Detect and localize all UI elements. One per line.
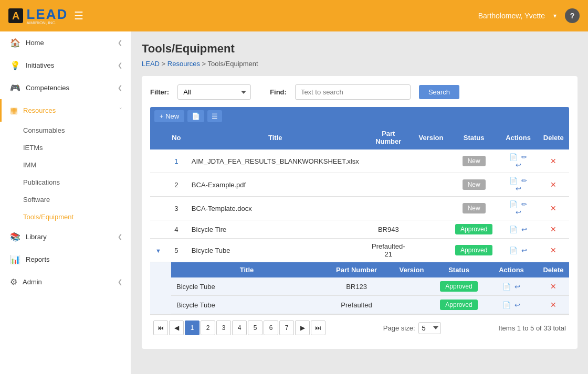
- sidebar-item-competencies[interactable]: 🎮 Competencies ❮: [0, 77, 131, 99]
- view-icon[interactable]: 📄: [502, 301, 511, 309]
- sub-row-title: Bicycle Tube: [171, 277, 322, 296]
- new-button[interactable]: + New: [154, 110, 184, 122]
- page-controls: ⏮ ◀ 1 2 3 4 5 6 7 ▶ ⏭: [153, 320, 326, 335]
- find-label: Find:: [270, 88, 287, 96]
- view-icon[interactable]: 📄: [509, 153, 518, 161]
- filter-select[interactable]: All Approved New Pending: [177, 84, 251, 100]
- row-no: 4: [166, 220, 186, 239]
- sidebar-item-home[interactable]: 🏠 Home ❮: [0, 31, 131, 54]
- row-version: [413, 239, 449, 262]
- document-view-button[interactable]: 📄: [187, 110, 204, 122]
- sub-row-part-number: Prefaulted: [322, 296, 391, 314]
- edit-icon[interactable]: ✏: [521, 153, 527, 161]
- filter-bar: Filter: All Approved New Pending Find: S…: [150, 84, 569, 100]
- delete-icon[interactable]: ✕: [550, 246, 556, 254]
- restore-icon[interactable]: ↩: [516, 185, 521, 193]
- view-icon[interactable]: 📄: [509, 226, 518, 233]
- reports-icon: 📊: [10, 254, 20, 264]
- page-button-4[interactable]: 4: [232, 320, 247, 335]
- sub-table-row: Bicycle Tube Prefaulted Approved 📄 ↩: [171, 296, 569, 314]
- search-button[interactable]: Search: [419, 85, 459, 99]
- breadcrumb-lead[interactable]: LEAD: [142, 60, 160, 68]
- page-button-1[interactable]: 1: [185, 320, 200, 335]
- admin-chevron: ❮: [118, 279, 122, 285]
- page-button-6[interactable]: 6: [264, 320, 278, 335]
- view-icon[interactable]: 📄: [509, 247, 518, 254]
- last-page-button[interactable]: ⏭: [311, 320, 326, 335]
- page-button-3[interactable]: 3: [216, 320, 231, 335]
- sub-th-actions: Actions: [485, 262, 538, 277]
- sidebar-item-ietms[interactable]: IETMs: [23, 139, 131, 156]
- row-link[interactable]: 1: [174, 157, 178, 165]
- home-chevron: ❮: [118, 39, 122, 46]
- sidebar-item-tools-equipment[interactable]: Tools/Equipment: [23, 208, 131, 226]
- logo-text: LEAD AIMIRION, INC.: [26, 6, 68, 25]
- page-title: Tools/Equipment: [142, 42, 578, 56]
- hamburger-icon[interactable]: ☰: [74, 9, 83, 22]
- delete-icon[interactable]: ✕: [550, 157, 556, 165]
- edit-icon[interactable]: ✏: [521, 200, 527, 208]
- edit-icon[interactable]: ✏: [521, 177, 527, 185]
- th-actions: Actions: [498, 125, 538, 149]
- sub-row-status: Approved: [433, 277, 485, 296]
- page-button-7[interactable]: 7: [279, 320, 294, 335]
- restore-icon[interactable]: ↩: [516, 208, 521, 216]
- sidebar-label-home: Home: [26, 39, 44, 47]
- page-size-select[interactable]: 5 10 25 50: [418, 322, 441, 334]
- view-icon[interactable]: 📄: [502, 283, 511, 291]
- next-page-button[interactable]: ▶: [295, 320, 310, 335]
- sidebar-item-initiatives[interactable]: 💡 Initiatives ❮: [0, 54, 131, 77]
- delete-icon[interactable]: ✕: [550, 204, 556, 212]
- sidebar-item-software[interactable]: Software: [23, 191, 131, 208]
- delete-icon[interactable]: ✕: [550, 282, 556, 291]
- sub-th-title: Title: [171, 262, 322, 277]
- row-part-number: BR943: [364, 220, 413, 239]
- collapse-icon[interactable]: ▼: [155, 248, 161, 254]
- sub-row-actions: 📄 ↩: [485, 296, 538, 314]
- list-view-button[interactable]: ☰: [207, 110, 222, 122]
- restore-icon[interactable]: ↩: [514, 283, 520, 291]
- sidebar-item-imm[interactable]: IMM: [23, 156, 131, 174]
- resources-chevron: ˅: [119, 107, 122, 114]
- view-icon[interactable]: 📄: [509, 177, 518, 185]
- delete-icon[interactable]: ✕: [550, 225, 556, 233]
- user-dropdown-icon[interactable]: ▾: [553, 12, 556, 19]
- sidebar-item-reports[interactable]: 📊 Reports: [0, 248, 131, 271]
- th-no: No: [166, 125, 186, 149]
- restore-icon[interactable]: ↩: [521, 247, 527, 254]
- sub-row-part-number: BR123: [322, 277, 391, 296]
- sidebar-item-resources[interactable]: ▦ Resources ˅: [0, 99, 131, 122]
- sidebar-item-admin[interactable]: ⚙ Admin ❮: [0, 271, 131, 293]
- sidebar-item-consumables[interactable]: Consumables: [23, 122, 131, 139]
- th-title: Title: [186, 125, 364, 149]
- expand-cell[interactable]: ▼: [150, 239, 166, 262]
- page-size-area: Page size: 5 10 25 50: [383, 322, 441, 334]
- restore-icon[interactable]: ↩: [516, 161, 521, 169]
- delete-icon[interactable]: ✕: [550, 180, 556, 189]
- toolbar: + New 📄 ☰: [150, 107, 569, 125]
- restore-icon[interactable]: ↩: [514, 301, 520, 309]
- user-name[interactable]: Bartholomew, Yvette: [478, 12, 545, 20]
- prev-page-button[interactable]: ◀: [169, 320, 184, 335]
- page-button-2[interactable]: 2: [201, 320, 215, 335]
- restore-icon[interactable]: ↩: [521, 226, 527, 233]
- first-page-button[interactable]: ⏮: [153, 320, 168, 335]
- delete-icon[interactable]: ✕: [550, 301, 556, 309]
- view-icon[interactable]: 📄: [509, 200, 518, 208]
- th-version: Version: [413, 125, 449, 149]
- breadcrumb-resources[interactable]: Resources: [167, 60, 200, 68]
- sidebar-item-library[interactable]: 📚 Library ❮: [0, 226, 131, 248]
- sidebar-item-publications[interactable]: Publications: [23, 174, 131, 191]
- expand-cell: [150, 220, 166, 239]
- row-status: New: [449, 197, 498, 220]
- header-left: A LEAD AIMIRION, INC. ☰: [8, 6, 83, 25]
- find-input[interactable]: [295, 84, 411, 100]
- sub-table-row: Bicycle Tube BR123 Approved 📄 ↩: [171, 277, 569, 296]
- breadcrumb-sep1: >: [162, 60, 167, 68]
- help-button[interactable]: ?: [565, 8, 580, 23]
- initiatives-icon: 💡: [10, 60, 20, 70]
- table-row: 2 BCA-Example.pdf New 📄 ✏ ↩ ✕: [150, 173, 569, 197]
- row-part-number: Prefaulted-21: [364, 239, 413, 262]
- row-part-number: [364, 149, 413, 173]
- page-button-5[interactable]: 5: [248, 320, 262, 335]
